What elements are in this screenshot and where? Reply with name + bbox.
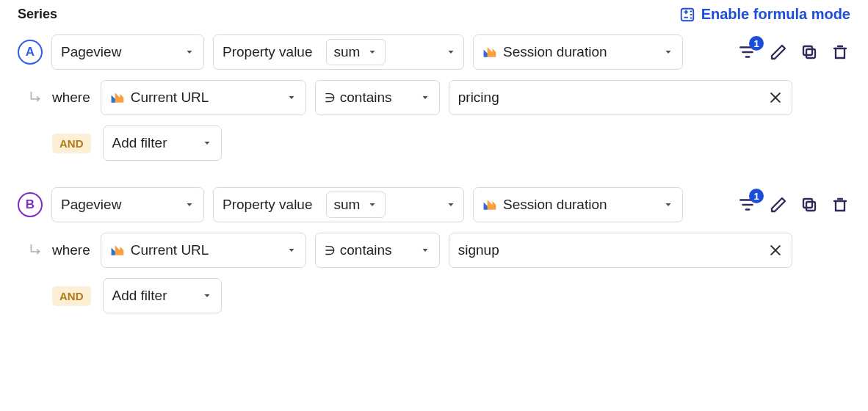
filter-row-b: where Current URL ∋ contains signup	[18, 233, 850, 268]
chevron-down-icon	[446, 200, 456, 210]
measure-label: Property value	[223, 197, 313, 213]
where-label: where	[52, 90, 90, 106]
edit-button[interactable]	[768, 42, 789, 62]
aggregation-select[interactable]: sum	[326, 39, 386, 65]
chevron-down-icon	[663, 47, 673, 57]
series-row-a: A Pageview Property value sum Session du…	[18, 34, 850, 70]
filter-property-select[interactable]: Current URL	[101, 80, 306, 115]
duplicate-button[interactable]	[799, 194, 820, 215]
pencil-icon	[770, 43, 787, 61]
filter-value-text: signup	[458, 242, 499, 258]
and-chip: AND	[52, 286, 91, 306]
svg-rect-18	[803, 199, 812, 208]
filter-property-label: Current URL	[131, 242, 209, 258]
posthog-icon	[482, 198, 497, 211]
operator-select[interactable]: ∋ contains	[315, 233, 440, 268]
property-select[interactable]: Session duration	[473, 34, 683, 70]
chevron-down-icon	[184, 47, 195, 57]
svg-rect-11	[803, 46, 812, 55]
svg-rect-10	[806, 49, 815, 58]
trash-icon	[831, 43, 849, 61]
operator-label: contains	[340, 242, 392, 258]
event-select[interactable]: Pageview	[51, 34, 204, 70]
filters-button[interactable]: 1	[737, 194, 758, 215]
clear-icon[interactable]	[768, 243, 783, 258]
operator-label: contains	[340, 90, 392, 106]
series-badge-a: A	[18, 40, 43, 65]
delete-button[interactable]	[830, 194, 850, 215]
chevron-down-icon	[367, 47, 377, 57]
enable-formula-mode-link[interactable]: Enable formula mode	[679, 6, 850, 23]
filter-value-text: pricing	[458, 90, 499, 106]
chevron-down-icon	[184, 200, 195, 210]
chevron-down-icon	[286, 92, 297, 103]
filter-property-label: Current URL	[131, 90, 209, 106]
chevron-down-icon	[286, 245, 297, 255]
event-select[interactable]: Pageview	[51, 187, 204, 222]
chevron-down-icon	[420, 92, 430, 103]
series-header: Series Enable formula mode	[18, 6, 850, 23]
add-filter-label: Add filter	[112, 288, 167, 304]
delete-button[interactable]	[830, 42, 850, 62]
filters-button[interactable]: 1	[737, 42, 758, 62]
filter-count-badge: 1	[749, 189, 764, 203]
filter-value-input[interactable]: signup	[449, 233, 792, 268]
filter-property-select[interactable]: Current URL	[101, 233, 306, 268]
series-badge-b: B	[18, 192, 43, 217]
add-filter-row-a: AND Add filter	[18, 126, 850, 161]
property-label: Session duration	[503, 197, 607, 213]
chevron-down-icon	[367, 200, 377, 210]
measure-label: Property value	[223, 44, 313, 60]
chevron-down-icon	[446, 47, 456, 57]
chevron-down-icon	[202, 291, 212, 301]
aggregation-select[interactable]: sum	[326, 192, 386, 218]
add-filter-label: Add filter	[112, 135, 167, 151]
pencil-icon	[770, 196, 787, 214]
chevron-down-icon	[663, 200, 673, 210]
svg-rect-17	[806, 202, 815, 211]
add-filter-row-b: AND Add filter	[18, 278, 850, 313]
filter-row-a: where Current URL ∋ contains pricing	[18, 80, 850, 115]
series-title: Series	[18, 7, 57, 22]
posthog-icon	[482, 46, 497, 59]
clear-icon[interactable]	[768, 90, 783, 105]
series-row-b: B Pageview Property value sum Session du…	[18, 187, 850, 222]
filter-count-badge: 1	[749, 36, 764, 51]
branch-connector-icon	[27, 242, 43, 258]
add-filter-select[interactable]: Add filter	[103, 278, 222, 313]
edit-button[interactable]	[768, 194, 789, 215]
branch-connector-icon	[27, 90, 43, 106]
trash-icon	[831, 196, 849, 214]
chevron-down-icon	[202, 138, 212, 148]
aggregation-label: sum	[334, 44, 361, 60]
posthog-icon	[110, 244, 125, 257]
property-label: Session duration	[503, 44, 607, 60]
and-chip: AND	[52, 134, 91, 153]
operator-symbol: ∋	[325, 90, 336, 106]
formula-icon	[679, 7, 695, 23]
operator-symbol: ∋	[325, 243, 336, 258]
series-actions: 1	[737, 194, 850, 215]
measure-select[interactable]: Property value sum	[213, 187, 464, 222]
add-filter-select[interactable]: Add filter	[103, 126, 222, 161]
aggregation-label: sum	[334, 197, 361, 213]
posthog-icon	[110, 91, 125, 104]
duplicate-button[interactable]	[799, 42, 820, 62]
copy-icon	[800, 196, 818, 214]
measure-select[interactable]: Property value sum	[213, 34, 464, 70]
copy-icon	[800, 43, 818, 61]
event-label: Pageview	[61, 197, 121, 213]
chevron-down-icon	[420, 245, 430, 255]
operator-select[interactable]: ∋ contains	[315, 80, 440, 115]
event-label: Pageview	[61, 44, 121, 60]
property-select[interactable]: Session duration	[473, 187, 683, 222]
formula-link-label: Enable formula mode	[701, 6, 850, 23]
series-actions: 1	[737, 42, 850, 62]
filter-value-input[interactable]: pricing	[449, 80, 792, 115]
where-label: where	[52, 242, 90, 258]
